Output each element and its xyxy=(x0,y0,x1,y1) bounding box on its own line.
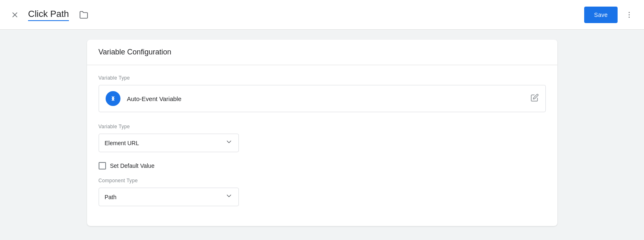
header: Click Path Save xyxy=(0,0,644,30)
variable-type-box[interactable]: Auto-Event Variable xyxy=(99,85,546,112)
save-button[interactable]: Save xyxy=(584,7,618,23)
close-button[interactable] xyxy=(7,7,23,23)
svg-point-3 xyxy=(629,14,630,15)
header-left: Click Path xyxy=(7,7,584,23)
element-url-selected: Element URL xyxy=(105,140,139,146)
main-content: Variable Configuration Variable Type Aut… xyxy=(0,30,644,240)
auto-event-icon xyxy=(106,91,120,106)
variable-type-dropdown-section: Variable Type Element URL xyxy=(99,124,546,152)
card-title: Variable Configuration xyxy=(87,40,557,65)
edit-icon[interactable] xyxy=(531,94,539,104)
component-type-selected: Path xyxy=(105,194,117,200)
card-body: Variable Type Auto-Event Variable xyxy=(87,65,557,226)
svg-point-4 xyxy=(629,16,630,18)
variable-type-label-2: Variable Type xyxy=(99,124,546,129)
title-area: Click Path xyxy=(28,9,69,21)
page-title: Click Path xyxy=(28,9,69,21)
folder-button[interactable] xyxy=(75,7,92,23)
set-default-value-checkbox[interactable] xyxy=(99,162,106,169)
dropdown-arrow-icon xyxy=(225,138,233,148)
svg-point-2 xyxy=(629,12,630,13)
component-dropdown-arrow-icon xyxy=(225,192,233,202)
variable-type-label-1: Variable Type xyxy=(99,75,546,81)
set-default-value-row: Set Default Value xyxy=(99,162,546,169)
variable-type-section: Variable Type Auto-Event Variable xyxy=(99,75,546,112)
element-url-dropdown[interactable]: Element URL xyxy=(99,134,239,152)
set-default-value-label: Set Default Value xyxy=(110,162,155,169)
component-type-label: Component Type xyxy=(99,178,546,184)
header-right: Save xyxy=(584,7,637,23)
component-type-dropdown[interactable]: Path xyxy=(99,188,239,206)
variable-type-name: Auto-Event Variable xyxy=(127,95,182,102)
component-type-section: Component Type Path xyxy=(99,178,546,206)
more-menu-button[interactable] xyxy=(621,7,637,23)
config-card: Variable Configuration Variable Type Aut… xyxy=(87,40,557,226)
